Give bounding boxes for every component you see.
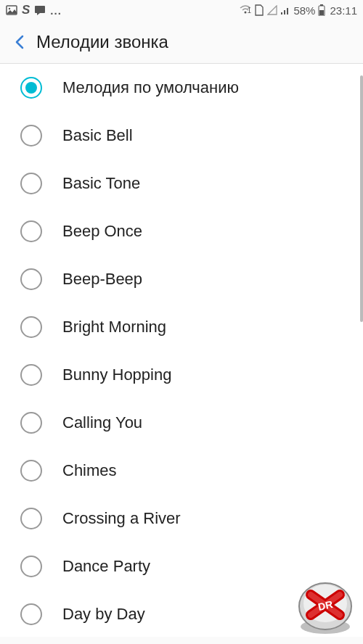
message-icon	[34, 4, 46, 16]
s-icon: S	[22, 3, 30, 17]
ringtone-label: Beep-Beep	[62, 270, 142, 289]
ringtone-label: Crossing a River	[62, 509, 181, 528]
radio-button[interactable]	[20, 316, 42, 338]
svg-rect-5	[284, 10, 285, 15]
signal-icon	[280, 5, 290, 15]
ringtone-label: Basic Tone	[62, 174, 140, 193]
battery-icon	[318, 4, 325, 16]
svg-rect-2	[35, 6, 45, 13]
ringtone-label: Chimes	[62, 461, 117, 480]
chevron-left-icon	[12, 34, 28, 50]
battery-text: 58%	[293, 4, 315, 17]
ringtone-item[interactable]: Crossing a River	[0, 495, 363, 542]
ringtone-item[interactable]: Bright Morning	[0, 303, 363, 351]
ringtone-label: Calling You	[62, 413, 142, 432]
ringtone-label: Basic Bell	[62, 126, 133, 145]
radio-button[interactable]	[20, 268, 42, 290]
radio-button[interactable]	[20, 508, 42, 529]
ringtone-item[interactable]: Basic Tone	[0, 160, 363, 207]
no-signal-icon	[267, 5, 277, 15]
radio-dot-icon	[25, 82, 37, 94]
ringtone-item[interactable]: Bunny Hopping	[0, 351, 363, 399]
radio-button[interactable]	[20, 603, 42, 625]
ringtone-item[interactable]: Dance Party	[0, 542, 363, 590]
radio-button[interactable]	[20, 173, 42, 194]
svg-rect-4	[281, 12, 282, 15]
svg-point-1	[9, 8, 10, 9]
page-title: Мелодии звонка	[36, 32, 168, 52]
ringtone-item[interactable]: Calling You	[0, 399, 363, 447]
status-bar-left: S ...	[6, 3, 62, 17]
ringtone-label: Bright Morning	[62, 318, 166, 337]
svg-rect-6	[287, 8, 288, 15]
radio-button[interactable]	[20, 364, 42, 386]
radio-button[interactable]	[20, 125, 42, 146]
app-header: Мелодии звонка	[0, 20, 363, 64]
ringtone-item[interactable]: Chimes	[0, 447, 363, 495]
more-icon: ...	[50, 4, 62, 17]
radio-button[interactable]	[20, 556, 42, 577]
ringtone-label: Мелодия по умолчанию	[62, 78, 239, 97]
ringtone-label: Beep Once	[62, 222, 142, 241]
status-bar-right: 1 58% 23:11	[240, 4, 357, 17]
radio-button[interactable]	[20, 220, 42, 242]
ringtone-item[interactable]: Day by Day	[0, 590, 363, 637]
radio-button[interactable]	[20, 460, 42, 482]
ringtone-list[interactable]: Мелодия по умолчанию Basic Bell Basic To…	[0, 64, 363, 637]
status-bar: S ... 1 58% 23:11	[0, 0, 363, 20]
sim-icon: 1	[254, 4, 264, 16]
ringtone-item[interactable]: Beep Once	[0, 207, 363, 255]
ringtone-label: Day by Day	[62, 605, 145, 624]
radio-button[interactable]	[20, 77, 42, 99]
gallery-icon	[6, 4, 17, 16]
ringtone-item[interactable]: Beep-Beep	[0, 255, 363, 303]
back-button[interactable]	[7, 29, 33, 55]
radio-button[interactable]	[20, 412, 42, 434]
scrollbar[interactable]	[360, 75, 363, 322]
svg-rect-10	[319, 10, 324, 15]
ringtone-label: Bunny Hopping	[62, 366, 171, 384]
ringtone-label: Dance Party	[62, 557, 150, 576]
ringtone-item-default[interactable]: Мелодия по умолчанию	[0, 64, 363, 112]
clock: 23:11	[330, 4, 357, 17]
ringtone-item[interactable]: Basic Bell	[0, 112, 363, 160]
